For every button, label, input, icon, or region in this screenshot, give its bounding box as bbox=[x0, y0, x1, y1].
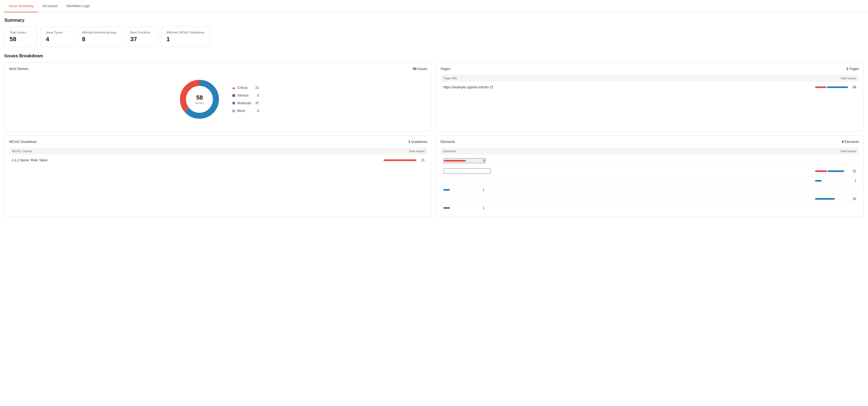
donut-center-number: 58 bbox=[195, 94, 204, 101]
element-row-count-4: 16 bbox=[851, 197, 856, 201]
pages-row: https://example.cypress.io/todo 58 bbox=[441, 83, 859, 92]
summary-card-label-0: Total Issues bbox=[9, 31, 32, 34]
elements-rows: 6 31 1 1 bbox=[441, 156, 859, 212]
elements-table: Elements Total Issues 6 31 bbox=[441, 148, 859, 212]
element-row-count-2: 1 bbox=[851, 179, 856, 183]
element-row-right-4: 16 bbox=[815, 197, 856, 201]
legend-label-critical: Critical bbox=[237, 86, 251, 90]
breakdown-title: Issues Breakdown bbox=[4, 54, 864, 58]
tab-all-issues[interactable]: All Issues bbox=[38, 0, 62, 12]
element-bar-5 bbox=[443, 207, 476, 209]
tab-issue-summary[interactable]: Issue Summary bbox=[4, 0, 38, 12]
summary-card-label-2: Affected Element groups bbox=[82, 31, 117, 34]
element-row-label-3: 1 bbox=[443, 188, 856, 192]
page-url[interactable]: https://example.cypress.io/todo bbox=[443, 85, 815, 89]
pages-title: Pages bbox=[441, 67, 450, 71]
element-bar-blue-5 bbox=[443, 207, 450, 209]
element-row-label-0: 6 bbox=[443, 158, 856, 163]
tab-workflow-logs[interactable]: Workflow Logs bbox=[62, 0, 94, 12]
element-row-count-1: 31 bbox=[851, 169, 856, 173]
summary-card-value-0: 58 bbox=[9, 36, 32, 43]
element-row-1: 31 bbox=[441, 166, 859, 177]
element-row-count-3: 1 bbox=[479, 188, 485, 192]
summary-title: Summary bbox=[4, 18, 864, 23]
wcag-row-label: 4.1.2 Name, Role, Value bbox=[12, 158, 383, 162]
wcag-count: 1 Guidelines bbox=[408, 140, 427, 144]
pages-table: Page URL Total Issues https://example.cy… bbox=[441, 74, 859, 92]
wcag-card: WCAG Guidelines 1 Guidelines WCAG Criter… bbox=[4, 135, 432, 217]
wcag-header: WCAG Guidelines 1 Guidelines bbox=[9, 140, 427, 144]
element-row-right-1: 31 bbox=[815, 169, 856, 173]
wcag-bar-red bbox=[383, 159, 416, 161]
most-severe-count: 58 Issues bbox=[412, 67, 427, 71]
element-row-5: 1 bbox=[441, 204, 859, 212]
elements-header: Elements 8 Elements bbox=[441, 140, 859, 144]
element-bar-2 bbox=[815, 180, 848, 182]
legend-label-serious: Serious bbox=[237, 94, 251, 97]
summary-card-label-3: Best Practices bbox=[130, 31, 153, 34]
wcag-table-header: WCAG Criteria Total Issues bbox=[9, 148, 427, 155]
element-bar-red-0 bbox=[444, 160, 466, 162]
summary-cards: Total Issues 58 Issue Types 4 Affected E… bbox=[4, 27, 864, 47]
wcag-row: 4.1.2 Name, Role, Value 21 bbox=[9, 156, 427, 165]
legend-item-serious: Serious 0 bbox=[232, 94, 259, 97]
donut-section: 58 Issues Critical 21 Serious 0 Moderate… bbox=[9, 74, 427, 127]
summary-card-2: Affected Element groups 8 bbox=[77, 27, 122, 47]
element-row-label-5: 1 bbox=[443, 206, 856, 210]
element-row-right-2: 1 bbox=[815, 179, 856, 183]
element-bar-blue-1 bbox=[828, 170, 844, 172]
most-severe-header: Most Severe 58 Issues bbox=[9, 67, 427, 71]
legend-item-minor: Minor 0 bbox=[232, 109, 259, 113]
legend-count-critical: 21 bbox=[253, 86, 259, 90]
summary-card-4: Affected WCAG Guidelines 1 bbox=[161, 27, 210, 47]
summary-card-value-1: 4 bbox=[46, 36, 68, 43]
pages-card: Pages 1 Pages Page URL Total Issues http… bbox=[436, 62, 864, 131]
donut-chart: 58 Issues bbox=[178, 77, 221, 121]
elements-table-header: Elements Total Issues bbox=[441, 148, 859, 155]
legend-count-minor: 0 bbox=[253, 109, 259, 113]
element-bar-1 bbox=[815, 170, 848, 172]
legend-item-critical: Critical 21 bbox=[232, 86, 259, 90]
pages-bar-blue bbox=[827, 86, 848, 88]
summary-card-value-2: 8 bbox=[82, 36, 117, 43]
pages-header: Pages 1 Pages bbox=[441, 67, 859, 71]
donut-center: 58 Issues bbox=[195, 94, 204, 104]
legend-count-moderate: 37 bbox=[253, 101, 259, 105]
element-row-count-0: 6 bbox=[479, 159, 485, 163]
element-row-0: 6 bbox=[441, 156, 859, 166]
summary-card-value-4: 1 bbox=[166, 36, 205, 43]
pages-table-header: Page URL Total Issues bbox=[441, 74, 859, 82]
summary-card-3: Best Practices 37 bbox=[125, 27, 158, 47]
element-row-right-3: 1 bbox=[443, 188, 856, 192]
element-row-right-5: 1 bbox=[443, 206, 856, 210]
main-content: Summary Total Issues 58 Issue Types 4 Af… bbox=[0, 12, 868, 222]
legend-label-minor: Minor bbox=[237, 109, 251, 113]
element-bar-0 bbox=[444, 160, 477, 162]
element-row-count-5: 1 bbox=[479, 206, 485, 210]
summary-card-value-3: 37 bbox=[130, 36, 153, 43]
summary-card-label-1: Issue Types bbox=[46, 31, 68, 34]
element-bar-blue-4 bbox=[815, 198, 835, 200]
element-row-right-0: 6 bbox=[444, 159, 485, 163]
element-row-label-1 bbox=[443, 168, 815, 174]
pages-count: 1 Pages bbox=[846, 67, 859, 71]
donut-center-label: Issues bbox=[195, 101, 204, 104]
elements-card: Elements 8 Elements Elements Total Issue… bbox=[436, 135, 864, 217]
wcag-table: WCAG Criteria Total Issues 4.1.2 Name, R… bbox=[9, 148, 427, 165]
pages-count-label: Pages bbox=[849, 67, 859, 71]
elements-count: 8 Elements bbox=[842, 140, 859, 144]
tabs-container: Issue Summary All Issues Workflow Logs bbox=[0, 0, 868, 12]
summary-card-0: Total Issues 58 bbox=[4, 27, 37, 47]
most-severe-title: Most Severe bbox=[9, 67, 28, 71]
elements-title: Elements bbox=[441, 140, 455, 144]
summary-card-label-4: Affected WCAG Guidelines bbox=[166, 31, 205, 34]
element-bar-red-1 bbox=[815, 170, 827, 172]
element-bar-3 bbox=[443, 189, 476, 191]
legend-item-moderate: Moderate 37 bbox=[232, 101, 259, 105]
element-bar-blue-3 bbox=[443, 189, 450, 191]
most-severe-card: Most Severe 58 Issues bbox=[4, 62, 432, 131]
element-bar-blue-2 bbox=[815, 180, 822, 182]
wcag-row-count: 21 bbox=[419, 158, 425, 162]
legend-count-serious: 0 bbox=[253, 94, 259, 97]
element-row-4: 16 bbox=[441, 194, 859, 204]
